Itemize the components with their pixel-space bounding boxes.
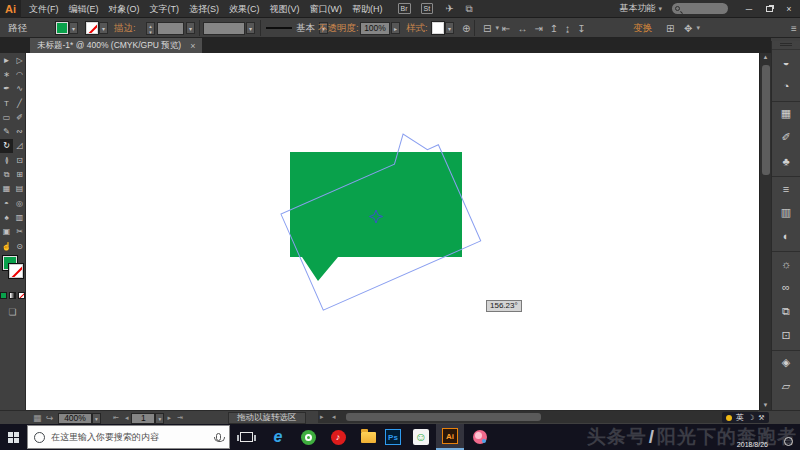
shape-builder-tool[interactable]: ⧉ — [0, 167, 13, 181]
horizontal-scroll-thumb[interactable] — [346, 413, 541, 421]
menu-item[interactable]: 文件(F) — [24, 0, 64, 18]
stroke-weight-label[interactable]: 描边: — [114, 18, 136, 38]
status-arrow-icon[interactable]: ↪ — [46, 411, 54, 425]
status-view-icon[interactable]: ▦ — [33, 411, 42, 425]
panel-graphic-styles[interactable]: ⊡ — [772, 323, 800, 347]
vertical-scroll-thumb[interactable] — [762, 65, 770, 175]
eyedropper-tool[interactable]: ◓ — [0, 196, 13, 210]
stroke-weight-stepper[interactable]: ▴▾ — [146, 18, 155, 38]
panel-color-guide[interactable]: ◔ — [772, 74, 800, 98]
blend-tool[interactable]: ◎ — [13, 196, 26, 210]
panel-stroke[interactable]: ≡ — [772, 176, 800, 200]
perspective-grid-tool[interactable]: ⊞ — [13, 167, 26, 181]
taskbar-app-browser[interactable] — [294, 424, 322, 450]
tab-close-icon[interactable]: × — [190, 41, 195, 51]
app-logo-icon[interactable]: Ai — [0, 0, 21, 18]
line-segment-tool[interactable]: ╱ — [13, 96, 26, 110]
menu-item[interactable]: 窗口(W) — [305, 0, 348, 18]
scroll-up-icon[interactable]: ▲ — [760, 53, 771, 62]
ime-settings-icon[interactable]: ⚒ — [758, 414, 764, 422]
panel-gradient[interactable]: ▥ — [772, 200, 800, 224]
panel-menu-icon[interactable]: ≡ — [787, 18, 800, 38]
transform-link[interactable]: 变换 — [633, 18, 652, 38]
minimize-button[interactable]: ─ — [742, 4, 756, 14]
taskbar-search-input[interactable]: 在这里输入你要搜索的内容 — [27, 425, 230, 449]
selection-tool[interactable]: ► — [0, 53, 13, 67]
arrange-documents-icon[interactable]: ⧉ — [466, 3, 473, 15]
color-button[interactable] — [0, 292, 7, 299]
artboard-dropdown-icon[interactable]: ▾ — [155, 413, 164, 424]
column-graph-tool[interactable]: ▥ — [13, 210, 26, 224]
gradient-tool[interactable]: ▤ — [13, 182, 26, 196]
align-button[interactable]: ⇥ — [534, 23, 542, 34]
dock-grip[interactable] — [772, 43, 800, 50]
taskbar-app-misc[interactable] — [466, 424, 494, 450]
align-button[interactable]: ↨ — [565, 23, 570, 34]
restore-button[interactable] — [762, 6, 776, 12]
symbol-sprayer-tool[interactable]: ♠ — [0, 210, 13, 224]
fill-swatch[interactable] — [56, 22, 68, 34]
mesh-tool[interactable]: ▦ — [0, 182, 13, 196]
panel-pathfinder[interactable]: ⧉ — [772, 299, 800, 323]
align-button[interactable]: ↥ — [550, 23, 558, 34]
stroke-color-control[interactable]: ▾ — [86, 18, 108, 38]
magic-wand-tool[interactable]: ∗ — [0, 67, 13, 81]
shaper-tool[interactable]: ∾ — [13, 124, 26, 138]
speech-bubble-shape[interactable] — [290, 152, 462, 281]
style-dropdown-icon[interactable]: ▾ — [445, 22, 454, 34]
taskbar-app-music[interactable]: ♪ — [324, 424, 352, 450]
ime-fullhalf-icon[interactable]: ☽ — [748, 414, 754, 422]
width-profile-dropdown[interactable]: ▾ — [203, 18, 255, 38]
fill-color-control[interactable]: ▾ — [56, 18, 78, 38]
menu-item[interactable]: 效果(C) — [224, 0, 265, 18]
slice-tool[interactable]: ✂ — [13, 225, 26, 239]
hand-tool[interactable]: ☝ — [0, 239, 13, 253]
share-icon[interactable]: ✈ — [445, 3, 453, 14]
first-artboard-icon[interactable]: ⇤ — [113, 414, 119, 422]
previous-artboard-icon[interactable]: ◂ — [125, 414, 129, 422]
stroke-color-box[interactable] — [9, 264, 23, 278]
pen-tool[interactable]: ✒ — [0, 82, 13, 96]
align-button[interactable]: ↔ — [517, 23, 527, 34]
panel-swatches[interactable]: ▦ — [772, 101, 800, 125]
zoom-level-control[interactable]: 400% ▾ — [58, 411, 101, 425]
panel-symbols[interactable]: ♣ — [772, 149, 800, 173]
start-button[interactable] — [0, 424, 26, 450]
free-transform-tool[interactable]: ⊡ — [13, 153, 26, 167]
align-button[interactable]: ↧ — [577, 23, 585, 34]
ime-logo-icon[interactable] — [726, 415, 732, 421]
direct-selection-tool[interactable]: ▷ — [13, 53, 26, 67]
none-button[interactable] — [18, 292, 25, 299]
panel-layers[interactable]: ◈ — [772, 350, 800, 374]
menu-item[interactable]: 选择(S) — [184, 0, 224, 18]
isolate-icon[interactable]: ⊞ — [662, 18, 678, 38]
artboard-number-field[interactable]: 1 — [131, 413, 155, 424]
panel-brushes[interactable]: ✐ — [772, 125, 800, 149]
pencil-tool[interactable]: ✎ — [0, 124, 13, 138]
scroll-down-icon[interactable]: ▼ — [760, 401, 771, 410]
menu-item[interactable]: 帮助(H) — [347, 0, 388, 18]
microphone-icon[interactable] — [216, 433, 221, 441]
taskbar-app-edge[interactable]: e — [264, 424, 292, 450]
select-similar-control[interactable]: ✥▾ — [680, 18, 700, 38]
taskbar-app-photoshop[interactable]: Ps — [379, 424, 407, 450]
fill-dropdown-icon[interactable]: ▾ — [69, 22, 78, 34]
panel-artboards[interactable]: ▱ — [772, 374, 800, 398]
horizontal-scrollbar[interactable]: ▸ ◂ — [318, 411, 758, 423]
style-swatch[interactable] — [432, 22, 444, 34]
type-tool[interactable]: T — [0, 96, 13, 110]
taskbar-app-explorer[interactable] — [354, 424, 382, 450]
gradient-button[interactable] — [9, 292, 16, 299]
menu-item[interactable]: 编辑(E) — [64, 0, 104, 18]
align-to-dropdown[interactable]: ⊟▾ — [479, 18, 499, 38]
panel-appearance[interactable]: ☼ — [772, 251, 800, 275]
scroll-right-icon[interactable]: ◂ — [332, 411, 336, 423]
stroke-dropdown-icon[interactable]: ▾ — [99, 22, 108, 34]
scroll-left-icon[interactable]: ▸ — [320, 411, 324, 423]
workspace-switcher[interactable]: 基本功能 ▾ — [619, 2, 662, 15]
last-artboard-icon[interactable]: ⇥ — [177, 414, 183, 422]
opacity-field[interactable]: 100% ▸ — [360, 18, 400, 38]
scale-tool[interactable]: ◿ — [13, 139, 26, 153]
artboard-canvas[interactable]: 156.23° — [26, 53, 759, 410]
panel-transparency[interactable]: ◐ — [772, 224, 800, 248]
